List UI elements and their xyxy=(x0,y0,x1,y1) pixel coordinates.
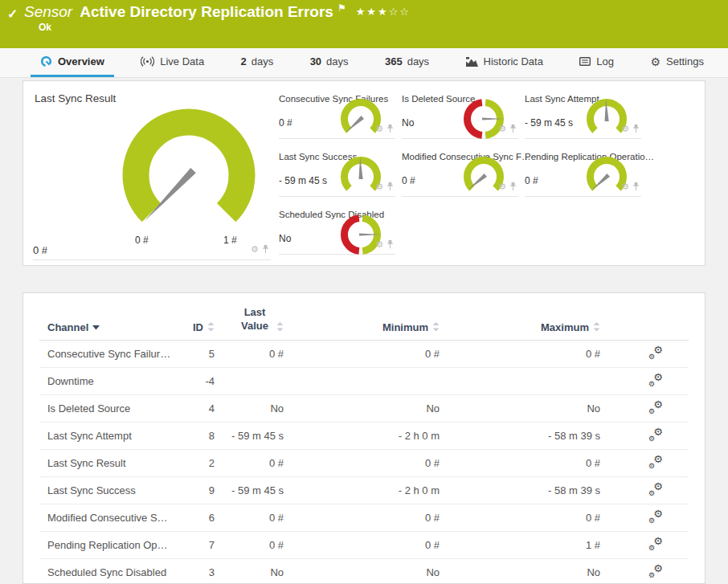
priority-stars[interactable]: ★★★☆☆ xyxy=(356,6,411,18)
row-actions-cell: ⚙⚙ xyxy=(600,347,690,360)
main-gauge-title: Last Sync Result xyxy=(35,92,116,104)
channel-cell[interactable]: Last Sync Success xyxy=(39,484,168,496)
table-row[interactable]: Consecutive Sync Failur…50 #0 #0 #⚙⚙ xyxy=(39,341,689,368)
gauge-cell-is-deleted-source: Is Deleted SourceNo⚙ xyxy=(402,81,518,139)
gauge-pin-icon[interactable] xyxy=(386,182,394,191)
channel-cell[interactable]: Consecutive Sync Failur… xyxy=(39,348,168,360)
column-header-last-value-label: Last Value xyxy=(237,306,272,333)
channel-cell[interactable]: Last Sync Result xyxy=(39,457,168,469)
gauge-pin-icon[interactable] xyxy=(509,182,517,191)
gauge-pin-icon[interactable] xyxy=(386,125,394,133)
channel-cell[interactable]: Scheduled Sync Disabled xyxy=(39,566,168,578)
last-value-cell: No xyxy=(215,402,284,415)
tab-settings[interactable]: ⚙Settings xyxy=(640,48,714,77)
table-row[interactable]: Modified Consecutive S…60 #0 #0 #⚙⚙ xyxy=(39,504,689,532)
tab-30-days[interactable]: 30days xyxy=(301,48,358,77)
gauge-gear-icon[interactable]: ⚙ xyxy=(375,182,383,191)
channel-settings-gears-icon[interactable]: ⚙⚙ xyxy=(648,456,663,469)
priority-flag-icon[interactable]: ⚑ xyxy=(337,2,346,14)
channel-settings-gears-icon[interactable]: ⚙⚙ xyxy=(648,484,663,496)
channel-cell[interactable]: Pending Replication Op… xyxy=(39,539,168,551)
tab-overview[interactable]: Overview xyxy=(31,48,114,77)
gauge-icon xyxy=(40,55,52,67)
row-actions-cell: ⚙⚙ xyxy=(600,429,690,442)
table-row[interactable]: Last Sync Success9- 59 m 45 s- 2 h 0 m- … xyxy=(39,477,689,504)
gauge-gear-icon[interactable]: ⚙ xyxy=(498,125,506,133)
sort-toggle-icon xyxy=(207,322,215,332)
sort-toggle-icon xyxy=(593,322,600,332)
channel-table-panel: Channel ID Last Value Minimum Maximum Co… xyxy=(22,292,706,584)
channel-settings-gears-icon[interactable]: ⚙⚙ xyxy=(648,566,663,578)
sort-toggle-icon xyxy=(432,322,440,332)
gauge-cell-pending-replication-operatio: Pending Replication Operatio…0 #⚙ xyxy=(525,139,641,197)
row-actions-cell: ⚙⚙ xyxy=(600,456,690,469)
column-header-channel[interactable]: Channel xyxy=(39,321,168,333)
gauge-value: - 59 m 45 s xyxy=(279,175,327,186)
live-icon xyxy=(141,56,154,67)
main-gauge-scale-min: 0 # xyxy=(135,235,149,246)
channel-cell[interactable]: Downtime xyxy=(39,375,168,387)
gauge-actions: ⚙ xyxy=(375,125,394,133)
id-cell: 7 xyxy=(168,539,215,551)
channel-settings-gears-icon[interactable]: ⚙⚙ xyxy=(648,511,663,524)
minimum-cell: 0 # xyxy=(284,512,440,524)
gauge-cell-scheduled-sync-disabled: Scheduled Sync DisabledNo⚙ xyxy=(279,197,395,255)
channel-settings-gears-icon[interactable]: ⚙⚙ xyxy=(648,347,663,360)
gauge-gear-icon[interactable]: ⚙ xyxy=(251,245,259,254)
channel-cell[interactable]: Modified Consecutive S… xyxy=(39,512,168,524)
tab-2-days[interactable]: 2days xyxy=(231,48,284,77)
column-header-minimum[interactable]: Minimum xyxy=(284,321,440,333)
gauge-pin-icon[interactable] xyxy=(632,125,640,133)
tab-log[interactable]: Log xyxy=(570,48,624,77)
gauge-gear-icon[interactable]: ⚙ xyxy=(498,182,506,191)
table-row[interactable]: Downtime-4⚙⚙ xyxy=(39,368,689,395)
channel-settings-gears-icon[interactable]: ⚙⚙ xyxy=(648,374,663,387)
channel-settings-gears-icon[interactable]: ⚙⚙ xyxy=(648,402,663,415)
column-header-maximum-label: Maximum xyxy=(541,321,589,333)
gauge-pin-icon[interactable] xyxy=(509,125,517,133)
gauge-gear-icon[interactable]: ⚙ xyxy=(621,125,629,133)
column-header-minimum-label: Minimum xyxy=(382,321,428,333)
sensor-title-row: Sensor Active Directory Replication Erro… xyxy=(24,3,411,21)
gauge-dial xyxy=(586,156,628,198)
table-row[interactable]: Is Deleted Source4NoNoNo⚙⚙ xyxy=(39,395,689,423)
channel-settings-gears-icon[interactable]: ⚙⚙ xyxy=(648,429,663,442)
id-cell: 6 xyxy=(168,512,215,524)
gauge-actions: ⚙ xyxy=(375,182,394,191)
gauge-gear-icon[interactable]: ⚙ xyxy=(375,125,383,133)
gauge-value: 0 # xyxy=(525,175,538,186)
main-gauge-scale-max: 1 # xyxy=(223,235,237,246)
tab-historic-data[interactable]: Historic Data xyxy=(456,48,553,77)
gauge-dial xyxy=(340,156,382,198)
tab-365-days[interactable]: 365days xyxy=(375,48,439,77)
gauge-gear-icon[interactable]: ⚙ xyxy=(621,182,629,191)
gear-icon: ⚙ xyxy=(650,56,661,67)
maximum-cell: 0 # xyxy=(440,457,600,469)
maximum-cell: 0 # xyxy=(440,512,600,524)
gauge-pin-icon[interactable] xyxy=(386,240,394,249)
channel-cell[interactable]: Last Sync Attempt xyxy=(39,430,168,442)
column-header-last-value[interactable]: Last Value xyxy=(215,306,284,333)
gauge-pin-icon[interactable] xyxy=(262,245,269,254)
tab-label: Live Data xyxy=(160,55,204,67)
last-sync-result-gauge xyxy=(117,103,261,247)
tab-label: days xyxy=(407,55,429,67)
table-row[interactable]: Last Sync Result20 #0 #0 #⚙⚙ xyxy=(39,450,689,477)
channel-cell[interactable]: Is Deleted Source xyxy=(39,402,168,415)
column-header-maximum[interactable]: Maximum xyxy=(440,321,600,333)
minimum-cell: - 2 h 0 m xyxy=(284,430,440,442)
tab-label: days xyxy=(326,55,348,67)
gauge-actions: ⚙ xyxy=(621,182,640,191)
minimum-cell: 0 # xyxy=(284,457,440,469)
row-actions-cell: ⚙⚙ xyxy=(600,566,690,578)
channel-settings-gears-icon[interactable]: ⚙⚙ xyxy=(648,538,663,551)
gauge-gear-icon[interactable]: ⚙ xyxy=(375,240,383,249)
gauge-actions: ⚙ xyxy=(498,182,517,191)
table-row[interactable]: Pending Replication Op…70 #0 #1 #⚙⚙ xyxy=(39,532,689,559)
gauge-pin-icon[interactable] xyxy=(632,182,640,191)
column-header-id[interactable]: ID xyxy=(168,321,215,333)
table-body: Consecutive Sync Failur…50 #0 #0 #⚙⚙Down… xyxy=(39,341,689,584)
table-row[interactable]: Last Sync Attempt8- 59 m 45 s- 2 h 0 m- … xyxy=(39,423,689,450)
tab-live-data[interactable]: Live Data xyxy=(131,48,214,77)
table-row[interactable]: Scheduled Sync Disabled3NoNoNo⚙⚙ xyxy=(39,559,689,584)
